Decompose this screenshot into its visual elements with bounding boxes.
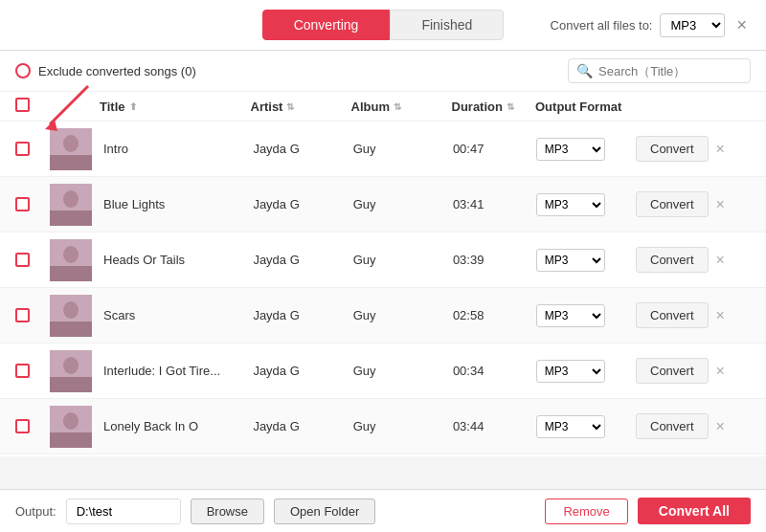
row-delete-button-2[interactable]: × xyxy=(714,252,727,269)
table-row: Scars Jayda G Guy 02:58 MP3AACFLACWAV Co… xyxy=(0,288,766,344)
search-box: 🔍 xyxy=(568,58,751,83)
row-format-select-4[interactable]: MP3AACFLACWAV xyxy=(536,360,605,383)
svg-rect-5 xyxy=(50,211,92,226)
row-album-2: Guy xyxy=(353,253,453,267)
tab-converting[interactable]: Converting xyxy=(262,10,391,40)
svg-rect-11 xyxy=(50,321,92,337)
header-check xyxy=(15,98,50,115)
thumb-image-4 xyxy=(50,350,92,392)
row-format-select-3[interactable]: MP3AACFLACWAV xyxy=(536,304,605,327)
exclude-label: Exclude converted songs (0) xyxy=(15,63,196,78)
row-convert-button-1[interactable]: Convert xyxy=(636,191,709,217)
row-checkbox-cell xyxy=(15,364,50,378)
row-checkbox-cell xyxy=(15,419,50,433)
thumb-image-2 xyxy=(50,239,92,281)
row-title-4: Interlude: I Got Tire... xyxy=(100,364,253,378)
row-convert-button-0[interactable]: Convert xyxy=(636,136,709,162)
close-button[interactable]: × xyxy=(732,15,751,35)
table-row: Intro Jayda G Guy 00:47 MP3AACFLACWAV Co… xyxy=(0,122,766,177)
row-artist-5: Jayda G xyxy=(253,419,352,433)
row-delete-button-3[interactable]: × xyxy=(714,307,727,324)
row-album-1: Guy xyxy=(353,197,453,211)
svg-point-13 xyxy=(63,357,79,374)
convert-all-format-select[interactable]: MP3 AAC FLAC WAV xyxy=(660,13,725,37)
row-checkbox-5[interactable] xyxy=(15,419,30,433)
row-artist-1: Jayda G xyxy=(253,197,352,211)
exclude-icon xyxy=(15,63,31,78)
row-format-select-5[interactable]: MP3AACFLACWAV xyxy=(536,415,605,438)
row-duration-1: 03:41 xyxy=(453,197,536,211)
row-artist-2: Jayda G xyxy=(253,253,352,267)
filter-bar: Exclude converted songs (0) 🔍 xyxy=(0,51,766,92)
row-checkbox-3[interactable] xyxy=(15,308,30,322)
row-format-cell-5: MP3AACFLACWAV xyxy=(536,415,636,438)
row-convert-button-3[interactable]: Convert xyxy=(636,302,709,328)
svg-point-1 xyxy=(63,135,79,152)
row-format-cell-2: MP3AACFLACWAV xyxy=(536,249,636,272)
header-title[interactable]: Title ⬆ xyxy=(100,100,251,114)
row-album-5: Guy xyxy=(353,419,453,433)
row-delete-button-5[interactable]: × xyxy=(714,418,727,435)
row-delete-button-0[interactable]: × xyxy=(714,141,727,158)
row-album-0: Guy xyxy=(353,142,453,156)
row-format-select-1[interactable]: MP3AACFLACWAV xyxy=(536,193,605,216)
table-row: Lonely Back In O Jayda G Guy 03:44 MP3AA… xyxy=(0,399,766,454)
row-actions-3: Convert × xyxy=(636,302,751,328)
row-convert-button-5[interactable]: Convert xyxy=(636,413,709,439)
search-input[interactable] xyxy=(598,64,742,78)
svg-point-16 xyxy=(63,412,79,430)
row-checkbox-4[interactable] xyxy=(15,364,30,378)
row-format-select-2[interactable]: MP3AACFLACWAV xyxy=(536,249,605,272)
row-checkbox-0[interactable] xyxy=(15,142,30,156)
row-album-3: Guy xyxy=(353,308,453,322)
convert-all-button[interactable]: Convert All xyxy=(638,498,751,524)
row-format-cell-1: MP3AACFLACWAV xyxy=(536,193,636,216)
row-actions-1: Convert × xyxy=(636,191,751,217)
svg-point-7 xyxy=(63,246,79,263)
row-format-select-0[interactable]: MP3AACFLACWAV xyxy=(536,138,605,161)
row-thumbnail-4 xyxy=(50,350,100,392)
row-delete-button-4[interactable]: × xyxy=(714,363,727,380)
tab-finished[interactable]: Finished xyxy=(390,10,504,40)
header-artist[interactable]: Artist ⇅ xyxy=(251,100,351,114)
row-actions-5: Convert × xyxy=(636,413,751,439)
row-format-cell-3: MP3AACFLACWAV xyxy=(536,304,636,327)
row-thumbnail-5 xyxy=(50,406,100,448)
row-convert-button-4[interactable]: Convert xyxy=(636,358,709,384)
row-title-1: Blue Lights xyxy=(100,197,253,211)
top-bar: Converting Finished Convert all files to… xyxy=(0,0,766,51)
select-all-checkbox[interactable] xyxy=(15,98,30,112)
row-thumbnail-0 xyxy=(50,128,100,170)
header-format: Output Format xyxy=(535,100,636,114)
thumb-image-3 xyxy=(50,295,92,337)
row-title-3: Scars xyxy=(100,308,253,322)
row-checkbox-cell xyxy=(15,197,50,211)
search-icon: 🔍 xyxy=(576,63,593,78)
output-path-input[interactable] xyxy=(66,499,181,524)
row-actions-2: Convert × xyxy=(636,247,751,273)
row-format-cell-4: MP3AACFLACWAV xyxy=(536,360,636,383)
row-actions-4: Convert × xyxy=(636,358,751,384)
svg-rect-17 xyxy=(50,432,92,448)
row-duration-0: 00:47 xyxy=(453,142,536,156)
row-thumbnail-3 xyxy=(50,295,100,337)
row-checkbox-1[interactable] xyxy=(15,197,30,211)
row-duration-2: 03:39 xyxy=(453,253,536,267)
row-album-4: Guy xyxy=(353,364,453,378)
row-checkbox-cell xyxy=(15,308,50,322)
header-album[interactable]: Album ⇅ xyxy=(351,100,452,114)
header-duration[interactable]: Duration ⇅ xyxy=(452,100,536,114)
remove-button[interactable]: Remove xyxy=(545,499,627,524)
browse-button[interactable]: Browse xyxy=(191,499,264,524)
table-row: Blue Lights Jayda G Guy 03:41 MP3AACFLAC… xyxy=(0,177,766,233)
row-delete-button-1[interactable]: × xyxy=(714,196,727,213)
convert-all-label: Convert all files to: xyxy=(551,18,653,33)
row-format-cell-0: MP3AACFLACWAV xyxy=(536,138,636,161)
row-convert-button-2[interactable]: Convert xyxy=(636,247,709,273)
row-duration-5: 03:44 xyxy=(453,419,536,433)
row-artist-3: Jayda G xyxy=(253,308,352,322)
table-row: Your Thoughts Jayda G Guy 02:47 MP3AACFL… xyxy=(0,454,766,456)
row-checkbox-2[interactable] xyxy=(15,253,30,267)
title-sort-icon: ⬆ xyxy=(129,101,137,112)
open-folder-button[interactable]: Open Folder xyxy=(274,499,375,524)
